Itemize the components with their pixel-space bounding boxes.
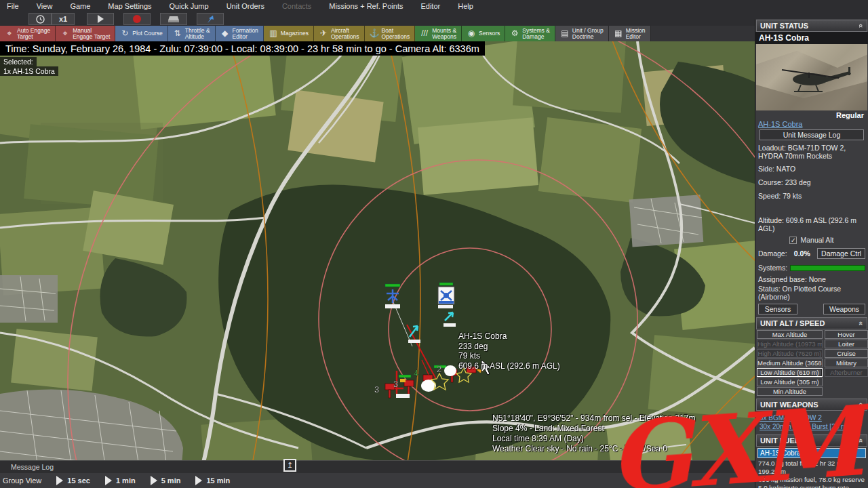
- step-15min-button[interactable]: 15 min: [195, 476, 230, 485]
- gear-icon: ⚙: [510, 30, 519, 37]
- menu-missions-ref-points[interactable]: Missions + Ref. Points: [329, 2, 403, 10]
- collapse-icon: «: [857, 439, 865, 443]
- status-text: Status: On Plotted Course (Airborne): [755, 284, 868, 302]
- clock-button[interactable]: [28, 13, 52, 25]
- aircraft-operations-button[interactable]: ✈Aircraft Operations: [314, 26, 365, 41]
- time-compression-button[interactable]: x1: [52, 13, 75, 25]
- pin-button[interactable]: [197, 13, 224, 25]
- selection-info: Selected: 1x AH-1S Cobra: [0, 57, 58, 76]
- unit-fuel-header[interactable]: UNIT FUEL«: [756, 434, 867, 447]
- helicopter-silhouette: [782, 67, 851, 92]
- boat-operations-button[interactable]: ⚓Boat Operations: [365, 26, 416, 41]
- course-icon: ↻: [120, 30, 130, 37]
- fuel-selected-row[interactable]: AH-1S Cobra: [758, 449, 865, 458]
- play-button[interactable]: [87, 13, 114, 25]
- magazines-icon: ▥: [269, 30, 278, 37]
- collapse-icon: «: [857, 403, 865, 407]
- unit-data-label: AH-1S Cobra 233 deg 79 kts 609.6 m ASL (…: [458, 331, 560, 371]
- sensors-button[interactable]: ◉Sensors: [462, 26, 505, 41]
- speed-text: Speed: 79 kts: [755, 191, 868, 201]
- unit-weapons-header[interactable]: UNIT WEAPONS«: [756, 399, 867, 411]
- menu-game[interactable]: Game: [70, 2, 90, 10]
- throttle-icon: ⇅: [173, 30, 182, 37]
- weapons-panel-button[interactable]: Weapons: [823, 304, 865, 314]
- unit-message-log-button[interactable]: Unit Message Log: [760, 129, 864, 140]
- weapon-link-20mm[interactable]: 30x 20mm M197 Burst [25 rnds]: [755, 422, 868, 431]
- mission-editor-button[interactable]: ▦Mission Editor: [609, 26, 651, 41]
- hover-button[interactable]: Hover: [825, 330, 868, 339]
- unit-status-header[interactable]: UNIT STATUS«: [756, 20, 867, 32]
- recorder-button[interactable]: [160, 13, 187, 25]
- menu-editor[interactable]: Editor: [420, 2, 440, 10]
- map-hover-tooltip: N51°18'40", E9°36'52" - 934m from sel - …: [492, 413, 696, 454]
- group-view-label[interactable]: Group View: [3, 476, 41, 485]
- min-altitude-button[interactable]: Min Altitude: [757, 387, 823, 396]
- proficiency-label: Regular: [755, 110, 868, 119]
- menu-help[interactable]: Help: [458, 2, 473, 10]
- formation-editor-button[interactable]: ◆Formation Editor: [216, 26, 264, 41]
- magazines-button[interactable]: ▥Magazines: [264, 26, 314, 41]
- systems-label: Systems:: [758, 264, 787, 272]
- damage-ctrl-button[interactable]: Damage Ctrl: [817, 248, 865, 259]
- expand-message-log-button[interactable]: ↥: [283, 459, 296, 472]
- unit-db-link[interactable]: AH-1S Cobra: [755, 119, 868, 129]
- up-arrow-icon: ↥: [287, 461, 293, 470]
- manual-engage-target-button[interactable]: ⌖Manual Engage Target: [56, 26, 115, 41]
- unit-group-doctrine-button[interactable]: ▤Unit / Group Doctrine: [555, 26, 609, 41]
- max-altitude-button[interactable]: Max Altitude: [757, 330, 823, 339]
- medium-altitude-button[interactable]: Medium Altitude (3658 m): [757, 359, 823, 367]
- recorder-icon: [167, 16, 180, 23]
- menu-unit-orders[interactable]: Unit Orders: [226, 2, 264, 10]
- throttle-altitude-button[interactable]: ⇅Throttle & Altitude: [168, 26, 216, 41]
- altitude-text: Altitude: 609.6 m ASL (292.6 m AGL): [755, 216, 868, 233]
- military-button[interactable]: Military: [825, 359, 868, 367]
- sensors-panel-button[interactable]: Sensors: [758, 304, 797, 314]
- play-icon: [105, 476, 112, 485]
- manual-alt-checkbox[interactable]: ✓: [789, 237, 797, 244]
- step-5min-button[interactable]: 5 min: [151, 476, 181, 485]
- menu-view[interactable]: View: [37, 2, 53, 10]
- collapse-icon: «: [857, 321, 865, 325]
- sensor-icon: ◉: [467, 30, 476, 37]
- weapon-link-tow[interactable]: 6x BGM-71D TOW 2: [755, 413, 868, 422]
- boat-icon: ⚓: [370, 30, 379, 37]
- selected-unit-ah1s[interactable]: [438, 283, 454, 308]
- menu-file[interactable]: File: [7, 2, 19, 10]
- menu-quick-jump[interactable]: Quick Jump: [170, 2, 209, 10]
- crosshair-icon: ⌖: [60, 30, 70, 37]
- play-icon: [195, 476, 202, 485]
- tactical-map[interactable]: 3 3 4 2 2 AH-1S Cobra 233 deg 79 kts 609…: [0, 41, 755, 488]
- app-window: File View Game Map Settings Quick Jump U…: [0, 0, 868, 488]
- loadout-text: Loadout: BGM-71D TOW 2, HYDRA 70mm Rocke…: [755, 143, 868, 161]
- step-15sec-button[interactable]: 15 sec: [56, 476, 90, 485]
- play-icon: [98, 15, 104, 23]
- loiter-button[interactable]: Loiter: [825, 340, 868, 348]
- low-altitude-610-button[interactable]: Low Altitude (610 m): [757, 368, 823, 377]
- crosshair-icon: ⌖: [5, 30, 14, 37]
- manual-alt-label: Manual Alt: [800, 236, 833, 244]
- map-pin-icon: [206, 15, 214, 24]
- damage-label: Damage:: [758, 249, 787, 258]
- unit-alt-speed-header[interactable]: UNIT ALT / SPEED«: [756, 317, 867, 329]
- mounts-weapons-button[interactable]: ///Mounts & Weapons: [415, 26, 462, 41]
- record-button[interactable]: [123, 13, 151, 25]
- unit-photo: [756, 44, 867, 110]
- fuel-line: 696 kg mission fuel, 78.0 kg reserve: [755, 476, 868, 484]
- play-icon: [151, 476, 157, 485]
- message-log-bar[interactable]: Message Log: [0, 460, 755, 473]
- menu-map-settings[interactable]: Map Settings: [108, 2, 151, 10]
- plot-course-button[interactable]: ↻Plot Course: [115, 26, 167, 41]
- formation-icon: ◆: [220, 30, 230, 37]
- low-altitude-305-button[interactable]: Low Altitude (305 m): [757, 378, 823, 386]
- step-1min-button[interactable]: 1 min: [105, 476, 136, 485]
- fuel-line: 774.0 kg total fuel, 2 hr 32 min, 199.2 …: [755, 460, 868, 476]
- auto-engage-target-button[interactable]: ⌖Auto Engage Target: [0, 26, 56, 41]
- fuel-unit-list[interactable]: AH-1S Cobra: [757, 448, 866, 458]
- unit-name: AH-1S Cobra: [755, 32, 868, 44]
- collapse-icon: «: [857, 24, 865, 28]
- svg-text:4: 4: [414, 369, 418, 378]
- systems-damage-button[interactable]: ⚙Systems & Damage: [505, 26, 555, 41]
- svg-text:3: 3: [393, 379, 398, 389]
- svg-text:2: 2: [437, 364, 441, 374]
- cruise-button[interactable]: Cruise: [825, 349, 868, 358]
